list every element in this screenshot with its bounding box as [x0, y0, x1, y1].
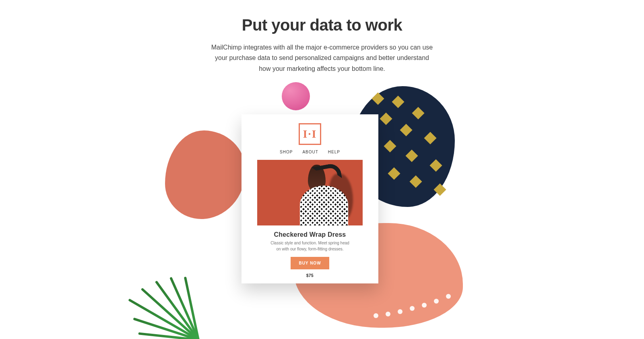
pink-circle-decoration: [282, 82, 310, 110]
landing-section: Put your data to work MailChimp integrat…: [0, 0, 644, 339]
card-nav: SHOP ABOUT HELP: [280, 150, 340, 154]
card-nav-shop[interactable]: SHOP: [280, 150, 293, 154]
illustration-stage: I·I SHOP ABOUT HELP Checkered Wrap Dress…: [193, 90, 451, 316]
card-nav-help[interactable]: HELP: [328, 150, 340, 154]
coral-blob-left-decoration: [165, 130, 246, 219]
palm-decoration: [137, 227, 258, 339]
product-image: [257, 160, 363, 225]
brand-logo-icon: I·I: [299, 123, 321, 145]
buy-now-button[interactable]: BUY NOW: [291, 257, 329, 269]
product-name: Checkered Wrap Dress: [274, 231, 346, 238]
brand-logo-text: I·I: [303, 128, 317, 140]
subcopy: MailChimp integrates with all the major …: [209, 42, 435, 74]
card-nav-about[interactable]: ABOUT: [302, 150, 318, 154]
product-email-card: I·I SHOP ABOUT HELP Checkered Wrap Dress…: [242, 114, 378, 283]
product-price: $75: [306, 273, 314, 278]
headline: Put your data to work: [0, 16, 644, 34]
product-description: Classic style and function. Meet spring …: [270, 240, 350, 252]
